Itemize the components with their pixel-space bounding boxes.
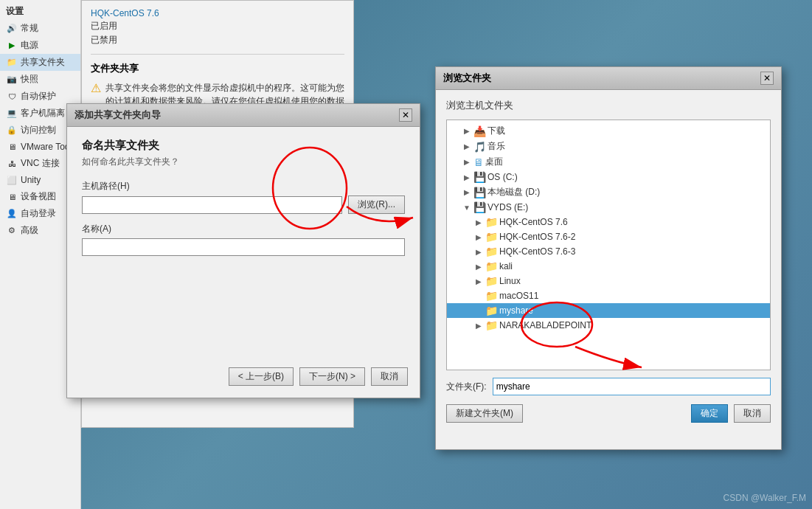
host-path-label: 主机路径(H) [82,180,405,193]
folder-icon-macos: 📁 [485,290,498,302]
expand-arrow-kali: ▶ [473,263,484,271]
browse-titlebar: 浏览文件夹 ✕ [436,67,781,90]
tree-label-vyds: VYDS (E:) [487,202,528,212]
deviceview-icon: 🖥 [6,191,18,203]
expand-arrow-download: ▶ [462,127,472,135]
new-folder-button[interactable]: 新建文件夹(M) [446,404,523,423]
tree-item-desktop[interactable]: ▶ 🖥 桌面 [447,154,770,170]
tree-label-myshare: myshare [499,305,533,316]
tree-item-vyds[interactable]: ▼ 💾 VYDS (E:) [447,200,770,215]
host-path-row: 浏览(R)... [82,195,405,214]
wizard-dialog: 添加共享文件夹向导 ✕ 命名共享文件夹 如何命名此共享文件夹？ 主机路径(H) … [66,103,420,398]
sidebar-item-label-unity: Unity [21,175,41,185]
tree-item-linux[interactable]: ▶ 📁 Linux [447,274,770,288]
sidebar-item-power[interactable]: ▶ 电源 [0,37,80,54]
folder-icon-desktop: 🖥 [473,156,484,168]
cancel-browse-button[interactable]: 取消 [734,404,771,423]
tree-label-narakablade: NARAKABLADEPOINT [499,320,591,330]
sidebar-item-label-snapshot: 快照 [21,73,38,86]
sidebar-item-shared[interactable]: 📁 共享文件夹 [0,54,80,71]
folder-icon-myshare: 📁 [485,305,498,316]
sidebar-item-label-normal: 常规 [21,22,38,35]
sidebar-header: 设置 [0,3,80,20]
tree-item-osc[interactable]: ▶ 💾 OS (C:) [447,170,770,184]
tree-label-hqk762: HQK-CentOS 7.6-2 [499,232,575,242]
tree-item-narakablade[interactable]: ▶ 📁 NARAKABLADEPOINT [447,318,770,333]
browse-subtitle: 浏览主机文件夹 [446,99,771,112]
sidebar-item-label-accesscontrol: 访问控制 [21,124,56,136]
tree-label-download: 下载 [487,125,505,137]
folder-icon-linux: 📁 [485,275,498,287]
browse-button[interactable]: 浏览(R)... [348,195,405,214]
sidebar-item-normal[interactable]: 🔊 常规 [0,20,80,37]
tree-item-download[interactable]: ▶ 📥 下载 [447,123,770,139]
folder-tree[interactable]: ▶ 📥 下载 ▶ 🎵 音乐 ▶ 🖥 桌面 ▶ 💾 [446,120,771,370]
summary-row-2: 已启用 [91,20,344,32]
drive-icon-vyds: 💾 [473,201,486,213]
autoprotect-icon: 🛡 [6,91,18,103]
vm-status-disabled: 已禁用 [91,35,117,45]
expand-arrow-linux: ▶ [473,277,484,285]
sidebar-item-autoprotect[interactable]: 🛡 自动保护 [0,88,80,105]
sidebar-item-label-autoprotect: 自动保护 [21,90,56,103]
folder-icon-kali: 📁 [485,260,498,272]
power-icon: ▶ [6,40,18,52]
tree-label-macos: macOS11 [499,291,538,301]
folder-icon-hqk76: 📁 [485,216,498,228]
host-path-input[interactable] [82,196,342,214]
wizard-title: 添加共享文件夹向导 [74,108,161,122]
expand-arrow-osc: ▶ [462,173,472,181]
folder-field-label: 文件夹(F): [446,381,487,393]
folder-icon-download: 📥 [473,125,486,137]
tree-item-macos[interactable]: 📁 macOS11 [447,288,770,303]
guestisolate-icon: 💻 [6,108,18,120]
accesscontrol-icon: 🔒 [6,125,18,136]
tree-label-hqk76: HQK-CentOS 7.6 [499,217,568,227]
name-row [82,238,405,256]
summary-row-1: HQK-CentOS 7.6 [91,8,344,18]
browse-body: 浏览主机文件夹 ▶ 📥 下载 ▶ 🎵 音乐 ▶ 🖥 桌面 [436,90,781,432]
autologin-icon: 👤 [6,208,18,220]
folder-icon-music: 🎵 [473,141,486,153]
wizard-section-subtitle: 如何命名此共享文件夹？ [82,156,405,168]
tree-label-osc: OS (C:) [487,172,518,182]
tree-item-hqk763[interactable]: ▶ 📁 HQK-CentOS 7.6-3 [447,244,770,259]
vnc-icon: 🖧 [6,158,18,170]
snapshot-icon: 📷 [6,74,18,86]
tree-label-local: 本地磁盘 (D:) [487,186,540,198]
sidebar-item-label-autologin: 自动登录 [21,207,56,220]
sidebar-item-label-guestisolate: 客户机隔离 [21,107,65,120]
folder-icon-hqk762: 📁 [485,231,498,243]
advanced-icon: ⚙ [6,225,18,237]
folder-icon-hqk763: 📁 [485,246,498,257]
sidebar-item-snapshot[interactable]: 📷 快照 [0,71,80,88]
tree-item-kali[interactable]: ▶ 📁 kali [447,259,770,274]
tree-item-hqk76[interactable]: ▶ 📁 HQK-CentOS 7.6 [447,215,770,229]
sidebar-item-label-vnc: VNC 连接 [21,157,60,170]
vmwaretools-icon: 🖥 [6,141,18,153]
wizard-footer: < 上一步(B) 下一步(N) > 取消 [229,367,408,386]
cancel-wizard-button[interactable]: 取消 [371,367,408,386]
browse-footer-buttons: 新建文件夹(M) 确定 取消 [446,404,771,423]
name-input[interactable] [82,238,405,256]
sidebar-item-label-vmwaretools: VMware Too [21,142,69,152]
tree-item-hqk762[interactable]: ▶ 📁 HQK-CentOS 7.6-2 [447,229,770,244]
prev-button[interactable]: < 上一步(B) [229,367,294,386]
sidebar-item-label-deviceview: 设备视图 [21,190,56,203]
next-button[interactable]: 下一步(N) > [299,367,365,386]
summary-row-3: 已禁用 [91,34,344,46]
watermark: CSDN @Walker_F.M [723,493,806,503]
tree-item-myshare[interactable]: 📁 myshare [447,303,770,318]
shared-folder-title: 文件夹共享 [91,62,344,75]
ok-button[interactable]: 确定 [691,404,728,423]
folder-input[interactable] [493,378,771,395]
wizard-close-button[interactable]: ✕ [399,108,412,122]
tree-item-local[interactable]: ▶ 💾 本地磁盘 (D:) [447,184,770,200]
tree-item-music[interactable]: ▶ 🎵 音乐 [447,139,770,154]
sidebar-item-label-shared: 共享文件夹 [21,56,65,69]
normal-icon: 🔊 [6,23,18,35]
expand-arrow-music: ▶ [462,142,472,150]
drive-icon-osc: 💾 [473,171,486,183]
browse-close-button[interactable]: ✕ [760,72,774,85]
tree-label-desktop: 桌面 [485,156,503,168]
